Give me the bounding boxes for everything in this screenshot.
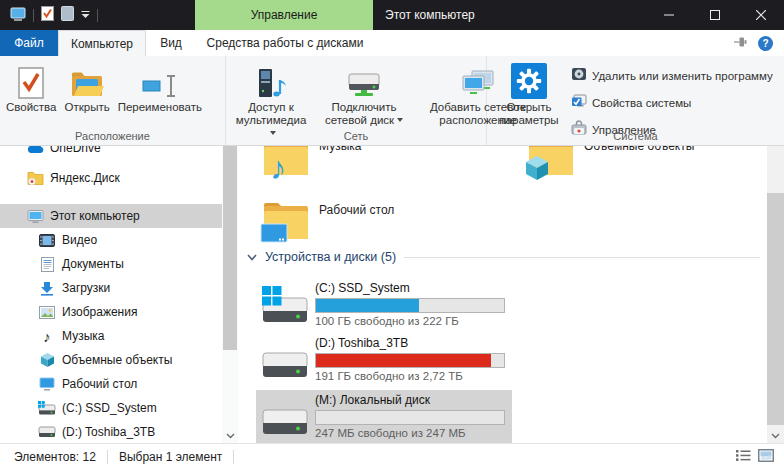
open-folder-icon: [70, 61, 104, 99]
tab-disk-tools[interactable]: Средства работы с дисками: [196, 30, 374, 56]
properties-button[interactable]: Свойства: [2, 59, 61, 114]
group-label-network: Сеть: [226, 130, 486, 142]
tab-disk-tools-label: Средства работы с дисками: [207, 36, 364, 50]
maximize-button[interactable]: [692, 0, 738, 30]
view-toggle-buttons: [736, 449, 784, 465]
map-network-drive-label: Подключить сетевой диск: [325, 101, 397, 126]
sidebar-item-label: Яндекс.Диск: [50, 171, 120, 185]
folder-label: Музыка: [319, 146, 361, 153]
sidebar-item-label: Загрузки: [62, 281, 110, 295]
folder-tile-3d-objects[interactable]: Объемные объекты: [527, 146, 767, 188]
navigation-pane: OneDrive Яндекс.Диск Этот компьютер: [0, 146, 238, 443]
media-access-label: Доступ к мультимедиа: [236, 101, 307, 126]
system-properties-button[interactable]: Свойства системы: [571, 93, 773, 113]
sidebar-item-drive-d[interactable]: (D:) Toshiba_3TB: [0, 420, 222, 443]
contextual-tab-header[interactable]: Управление: [195, 0, 373, 30]
app-icon: [10, 6, 26, 25]
qat-properties-icon[interactable]: [41, 6, 54, 24]
system-properties-label: Свойства системы: [592, 96, 691, 111]
ribbon-group-network: Доступ к мультимедиа Подключить сетевой …: [226, 56, 487, 145]
drive-free-space: 100 ГБ свободно из 222 ГБ: [315, 314, 508, 328]
sidebar-item-label: Изображения: [62, 305, 137, 319]
drive-tile-d[interactable]: (D:) Toshiba_3TB 191 ГБ свободно из 2,72…: [256, 333, 512, 386]
yandex-disk-icon: [26, 170, 44, 187]
tab-computer[interactable]: Компьютер: [58, 30, 146, 56]
drive-name: (D:) Toshiba_3TB: [315, 336, 508, 351]
sidebar-item-label: Этот компьютер: [50, 209, 140, 223]
ribbon-group-location: Свойства Открыть Переименовать Расположе…: [0, 56, 226, 145]
tab-file[interactable]: Файл: [0, 30, 58, 56]
help-icon[interactable]: ?: [758, 36, 773, 51]
drive-usage-fill: [316, 354, 491, 367]
collapse-chevron-icon[interactable]: [247, 254, 257, 261]
drive-free-space: 247 МБ свободно из 247 МБ: [315, 426, 508, 440]
map-network-drive-button[interactable]: Подключить сетевой диск: [314, 59, 414, 127]
group-label-system: Система: [487, 130, 784, 142]
drive-info: (D:) Toshiba_3TB 191 ГБ свободно из 2,72…: [315, 336, 508, 383]
window-controls: [646, 0, 784, 30]
drive-info: (C:) SSD_System 100 ГБ свободно из 222 Г…: [315, 281, 508, 328]
tab-view[interactable]: Вид: [146, 30, 196, 56]
drive-tile-c[interactable]: (C:) SSD_System 100 ГБ свободно из 222 Г…: [256, 278, 512, 331]
music-note-glyph: ♪: [43, 329, 51, 344]
sidebar-item-downloads[interactable]: Загрузки: [0, 276, 222, 300]
sidebar-item-drive-c[interactable]: (C:) SSD_System: [0, 396, 222, 420]
sidebar-item-this-pc[interactable]: Этот компьютер: [0, 204, 222, 228]
sidebar-item-label: Объемные объекты: [62, 353, 172, 367]
this-pc-icon: [26, 208, 44, 225]
sidebar-item-pictures[interactable]: Изображения: [0, 300, 222, 324]
sidebar-item-documents[interactable]: Документы: [0, 252, 222, 276]
rename-button[interactable]: Переименовать: [114, 59, 206, 114]
drive-c-icon: [38, 400, 56, 417]
open-settings-button[interactable]: Открыть параметры: [489, 59, 569, 127]
help-glyph: ?: [762, 38, 768, 49]
title-bar: Управление Этот компьютер: [0, 0, 784, 30]
sidebar-item-desktop[interactable]: Рабочий стол: [0, 372, 222, 396]
devices-and-drives-section-header[interactable]: Устройства и диски (5): [247, 250, 760, 264]
sidebar-item-label: Рабочий стол: [62, 377, 137, 391]
tab-view-label: Вид: [160, 36, 182, 50]
properties-icon: [18, 61, 44, 99]
system-properties-icon: [571, 93, 587, 113]
folder-tile-desktop[interactable]: Рабочий стол: [262, 198, 502, 252]
content-scrollbar[interactable]: [767, 146, 784, 443]
sidebar-item-onedrive[interactable]: OneDrive: [0, 146, 222, 160]
open-button[interactable]: Открыть: [61, 59, 114, 114]
content-scroll-down-icon[interactable]: [767, 433, 784, 439]
rename-icon: [142, 61, 178, 99]
qat-customize-chevron-icon[interactable]: [81, 8, 90, 22]
drive-tile-m[interactable]: (M:) Локальный диск 247 МБ свободно из 2…: [256, 390, 512, 443]
sidebar-item-label: (C:) SSD_System: [62, 401, 157, 415]
drive-usage-bar: [315, 410, 505, 425]
sidebar-item-yandex-disk[interactable]: Яндекс.Диск: [0, 166, 222, 190]
thumbnail-view-icon[interactable]: [758, 449, 774, 465]
file-list: ♪ Музыка Объемные объекты: [238, 146, 784, 443]
content-scrollbar-thumb[interactable]: [767, 193, 784, 425]
drive-usage-bar: [315, 353, 505, 368]
sidebar-item-videos[interactable]: Видео: [0, 228, 222, 252]
items-count: Элементов: 12: [14, 450, 96, 464]
pin-ribbon-icon[interactable]: [733, 35, 747, 52]
sidebar-item-label: Документы: [62, 257, 124, 271]
uninstall-program-button[interactable]: Удалить или изменить программу: [571, 66, 773, 86]
toolbar-separator: [33, 9, 34, 22]
videos-icon: [38, 232, 56, 249]
close-button[interactable]: [738, 0, 784, 30]
system-small-buttons: Удалить или изменить программу Свойства …: [571, 59, 773, 140]
desktop-folder-icon: [262, 198, 310, 244]
uninstall-program-icon: [571, 66, 587, 86]
sidebar-scroll-down-icon[interactable]: [222, 433, 238, 439]
minimize-button[interactable]: [646, 0, 692, 30]
status-separator: [233, 450, 234, 464]
sidebar-item-music[interactable]: ♪ Музыка: [0, 324, 222, 348]
downloads-icon: [38, 280, 56, 297]
media-access-button[interactable]: Доступ к мультимедиа: [228, 59, 314, 140]
main-area: OneDrive Яндекс.Диск Этот компьютер: [0, 146, 784, 443]
sidebar-scrollbar-thumb[interactable]: [223, 146, 237, 350]
open-label: Открыть: [65, 101, 110, 113]
folder-tile-music[interactable]: ♪ Музыка: [262, 146, 502, 188]
sidebar-item-3d-objects[interactable]: Объемные объекты: [0, 348, 222, 372]
details-view-icon[interactable]: [736, 449, 751, 465]
qat-new-folder-icon[interactable]: [61, 6, 74, 24]
sidebar-scrollbar[interactable]: [222, 146, 238, 443]
